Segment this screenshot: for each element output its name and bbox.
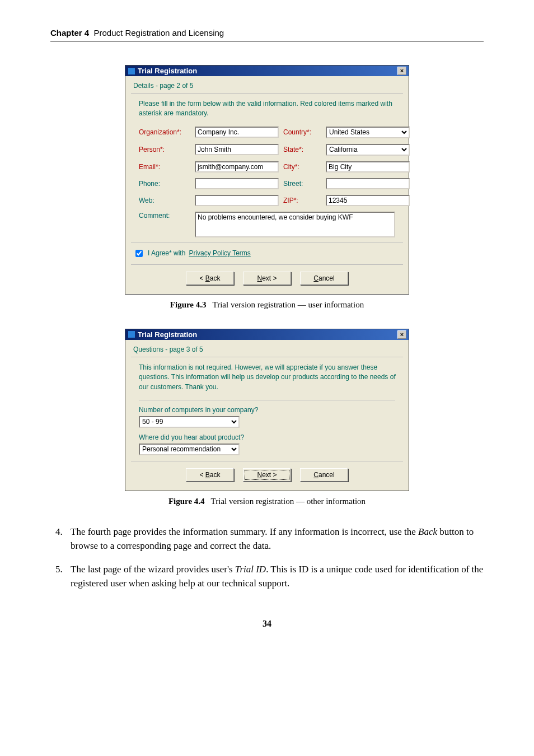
cancel-button[interactable]: Cancel: [300, 272, 348, 285]
next-button[interactable]: Next >: [243, 272, 291, 285]
hear-about-select[interactable]: Personal recommendation: [139, 444, 240, 455]
city-input[interactable]: [326, 161, 410, 172]
trial-id-emphasis: Trial ID: [235, 564, 266, 575]
back-emphasis: Back: [418, 526, 437, 537]
street-input[interactable]: [326, 178, 410, 189]
step-title: Questions - page 3 of 5: [133, 346, 403, 353]
organization-label: Organization*:: [139, 128, 190, 136]
dialog-details: Trial Registration × Details - page 2 of…: [125, 65, 409, 295]
app-icon: [128, 330, 135, 338]
list-item-5: The last page of the wizard provides use…: [65, 563, 484, 590]
app-icon: [128, 67, 135, 75]
state-select[interactable]: California: [326, 144, 410, 156]
cancel-button[interactable]: Cancel: [300, 468, 348, 482]
close-icon[interactable]: ×: [397, 330, 406, 339]
email-label: Email*:: [139, 163, 190, 171]
phone-input[interactable]: [195, 178, 279, 189]
web-label: Web:: [139, 197, 190, 204]
comment-textarea[interactable]: [195, 212, 395, 237]
list-item-4: The fourth page provides the information…: [65, 525, 484, 553]
hear-about-label: Where did you hear about product?: [139, 433, 395, 441]
agree-checkbox[interactable]: [135, 250, 143, 257]
country-label: Country*:: [283, 128, 321, 136]
step-title: Details - page 2 of 5: [133, 82, 403, 90]
chapter-prefix: Chapter 4: [50, 28, 89, 38]
figure-caption-1: Figure 4.3 Trial version registration — …: [50, 300, 484, 310]
figure-caption-2: Figure 4.4 Trial version registration — …: [50, 497, 484, 506]
organization-input[interactable]: [195, 127, 279, 138]
comment-label: Comment:: [139, 212, 190, 220]
chapter-header: Chapter 4 Product Registration and Licen…: [50, 28, 484, 41]
person-label: Person*:: [139, 146, 190, 153]
dialog-questions: Trial Registration × Questions - page 3 …: [125, 329, 409, 491]
zip-input[interactable]: [326, 195, 410, 206]
instructions: This information is not required. Howeve…: [139, 363, 403, 392]
web-input[interactable]: [195, 195, 279, 206]
agree-row: I Agree* with Privacy Policy Terms: [133, 248, 401, 259]
num-computers-select[interactable]: 50 - 99: [139, 416, 240, 428]
person-input[interactable]: [195, 144, 279, 155]
instructions: Please fill in the form below with the v…: [139, 99, 403, 119]
dialog-title: Trial Registration: [138, 330, 197, 339]
country-select[interactable]: United States: [326, 127, 410, 138]
city-label: City*:: [283, 163, 321, 171]
page-number: 34: [50, 619, 484, 629]
privacy-policy-link[interactable]: Privacy Policy Terms: [189, 249, 250, 257]
agree-text: I Agree* with: [148, 249, 185, 257]
next-button[interactable]: Next >: [243, 468, 291, 482]
email-input[interactable]: [195, 161, 279, 172]
titlebar: Trial Registration ×: [125, 66, 409, 76]
state-label: State*:: [283, 146, 321, 153]
num-computers-label: Number of computers in your company?: [139, 406, 395, 414]
phone-label: Phone:: [139, 180, 190, 188]
back-button[interactable]: < Back: [186, 272, 234, 285]
zip-label: ZIP*:: [283, 197, 321, 204]
back-button[interactable]: < Back: [186, 468, 234, 482]
close-icon[interactable]: ×: [397, 67, 406, 75]
dialog-title: Trial Registration: [138, 67, 197, 75]
titlebar: Trial Registration ×: [125, 329, 409, 340]
chapter-title: Product Registration and Licensing: [94, 28, 224, 38]
street-label: Street:: [283, 180, 321, 188]
